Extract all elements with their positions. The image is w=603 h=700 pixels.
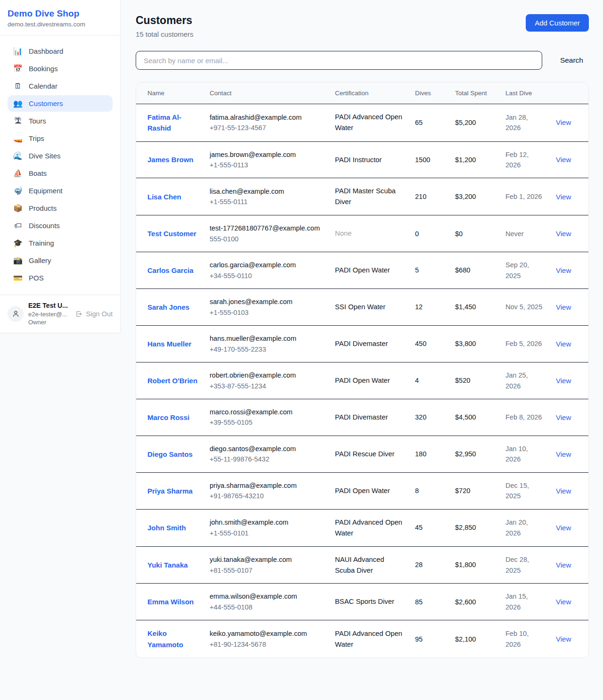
user-role: Owner bbox=[28, 318, 68, 327]
user-avatar bbox=[8, 306, 24, 322]
customer-total-spent: $680 bbox=[449, 252, 500, 289]
customer-email: fatima.alrashid@example.com bbox=[210, 112, 324, 123]
view-link[interactable]: View bbox=[556, 377, 571, 385]
customer-dives: 28 bbox=[409, 546, 449, 584]
view-link[interactable]: View bbox=[556, 413, 571, 421]
customer-email: hans.mueller@example.com bbox=[210, 333, 324, 344]
search-bar: Search bbox=[136, 51, 589, 70]
view-link[interactable]: View bbox=[556, 193, 571, 201]
view-link[interactable]: View bbox=[556, 340, 571, 348]
customer-last-dive: Jan 10, 2026 bbox=[500, 436, 550, 472]
customer-name-link[interactable]: James Brown bbox=[147, 156, 194, 164]
view-link[interactable]: View bbox=[556, 118, 571, 126]
customer-name-link[interactable]: Sarah Jones bbox=[147, 303, 189, 311]
customer-certification: None bbox=[329, 215, 409, 252]
customer-dives: 320 bbox=[409, 399, 449, 436]
sidebar-item-trips[interactable]: 🚤Trips bbox=[8, 130, 113, 147]
page-header: Customers 15 total customers Add Custome… bbox=[136, 14, 589, 38]
sidebar-item-discounts[interactable]: 🏷Discounts bbox=[8, 217, 113, 234]
customer-total-spent: $1,800 bbox=[449, 546, 500, 584]
add-customer-button[interactable]: Add Customer bbox=[526, 14, 589, 32]
sidebar-item-bookings[interactable]: 📅Bookings bbox=[8, 60, 113, 77]
search-button[interactable]: Search bbox=[554, 52, 589, 68]
customer-name-link[interactable]: John Smith bbox=[147, 524, 186, 532]
customer-certification: BSAC Sports Diver bbox=[329, 584, 409, 620]
column-header-actions bbox=[550, 82, 588, 104]
table-body: Fatima Al-Rashidfatima.alrashid@example.… bbox=[136, 104, 588, 658]
view-link[interactable]: View bbox=[556, 266, 571, 274]
view-link[interactable]: View bbox=[556, 524, 571, 532]
customer-certification: PADI Open Water bbox=[329, 472, 409, 509]
customer-certification: PADI Advanced Open Water bbox=[329, 104, 409, 141]
customer-phone: +34-555-0110 bbox=[210, 271, 324, 281]
table-row: Carlos Garciacarlos.garcia@example.com+3… bbox=[136, 252, 588, 289]
table-row: Lisa Chenlisa.chen@example.com+1-555-011… bbox=[136, 178, 588, 215]
view-link[interactable]: View bbox=[556, 303, 571, 311]
customer-name-link[interactable]: Priya Sharma bbox=[147, 487, 193, 495]
table-row: Robert O'Brienrobert.obrien@example.com+… bbox=[136, 362, 588, 399]
customer-name-link[interactable]: Diego Santos bbox=[147, 450, 193, 458]
sidebar-item-products[interactable]: 📦Products bbox=[8, 200, 113, 216]
customer-name-link[interactable]: Robert O'Brien bbox=[147, 377, 197, 385]
sidebar-item-training[interactable]: 🎓Training bbox=[8, 235, 113, 251]
sidebar-item-calendar[interactable]: 🗓Calendar bbox=[8, 78, 113, 94]
sidebar-item-boats[interactable]: ⛵Boats bbox=[8, 165, 113, 181]
sidebar-item-pos[interactable]: 💳POS bbox=[8, 270, 113, 286]
table-row: John Smithjohn.smith@example.com+1-555-0… bbox=[136, 509, 588, 546]
page-subtitle: 15 total customers bbox=[136, 30, 194, 38]
sidebar-item-label: Equipment bbox=[29, 187, 63, 195]
view-link[interactable]: View bbox=[556, 561, 571, 569]
customer-email: yuki.tanaka@example.com bbox=[210, 554, 324, 565]
customer-email: diego.santos@example.com bbox=[210, 444, 324, 454]
customer-dives: 8 bbox=[409, 472, 449, 509]
customer-certification: PADI Open Water bbox=[329, 252, 409, 289]
customer-dives: 45 bbox=[409, 509, 449, 546]
customer-dives: 12 bbox=[409, 289, 449, 326]
view-link[interactable]: View bbox=[556, 450, 571, 458]
customer-dives: 210 bbox=[409, 178, 449, 215]
customer-name-link[interactable]: Hans Mueller bbox=[147, 340, 191, 348]
column-header-certification: Certification bbox=[329, 82, 409, 104]
customer-dives: 450 bbox=[409, 326, 449, 362]
sidebar-item-dashboard[interactable]: 📊Dashboard bbox=[8, 43, 113, 59]
wave-icon: 🌊 bbox=[13, 152, 23, 160]
customer-name-link[interactable]: Yuki Tanaka bbox=[147, 561, 188, 569]
customer-name-link[interactable]: Marco Rossi bbox=[147, 413, 189, 421]
customer-name-link[interactable]: Test Customer bbox=[147, 230, 196, 238]
sidebar-item-label: Tours bbox=[29, 117, 46, 125]
customer-last-dive: Jan 28, 2026 bbox=[500, 104, 550, 141]
customer-dives: 4 bbox=[409, 362, 449, 399]
search-input[interactable] bbox=[136, 51, 542, 70]
customer-name-link[interactable]: Carlos Garcia bbox=[147, 266, 194, 274]
customer-total-spent: $5,200 bbox=[449, 104, 500, 141]
customer-name-link[interactable]: Emma Wilson bbox=[147, 598, 194, 606]
customer-email: keiko.yamamoto@example.com bbox=[210, 628, 324, 639]
view-link[interactable]: View bbox=[556, 635, 571, 643]
sidebar-item-equipment[interactable]: 🤿Equipment bbox=[8, 182, 113, 199]
shop-domain: demo.test.divestreams.com bbox=[8, 21, 113, 28]
customer-phone: +44-555-0108 bbox=[210, 602, 324, 612]
sidebar-item-gallery[interactable]: 📸Gallery bbox=[8, 252, 113, 269]
sidebar-item-label: Calendar bbox=[29, 82, 57, 90]
view-link[interactable]: View bbox=[556, 230, 571, 238]
table-row: Hans Muellerhans.mueller@example.com+49-… bbox=[136, 326, 588, 362]
sidebar-item-dive-sites[interactable]: 🌊Dive Sites bbox=[8, 148, 113, 164]
view-link[interactable]: View bbox=[556, 156, 571, 164]
customer-name-link[interactable]: Lisa Chen bbox=[147, 193, 181, 201]
sailboat-icon: ⛵ bbox=[13, 170, 23, 177]
customer-name-link[interactable]: Fatima Al-Rashid bbox=[147, 113, 181, 132]
user-info: E2E Test U... e2e-tester@... Owner bbox=[28, 301, 68, 327]
sidebar-item-tours[interactable]: 🏝Tours bbox=[8, 113, 113, 129]
customer-phone: +55-11-99876-5432 bbox=[210, 454, 324, 464]
customer-total-spent: $1,200 bbox=[449, 141, 500, 178]
sidebar-item-label: Gallery bbox=[29, 256, 51, 264]
view-link[interactable]: View bbox=[556, 487, 571, 495]
table-row: Marco Rossimarco.rossi@example.com+39-55… bbox=[136, 399, 588, 436]
customer-email: priya.sharma@example.com bbox=[210, 480, 324, 491]
sign-out-button[interactable]: Sign Out bbox=[75, 310, 113, 318]
view-link[interactable]: View bbox=[556, 598, 571, 606]
customer-name-link[interactable]: Keiko Yamamoto bbox=[147, 629, 183, 648]
sidebar-item-customers[interactable]: 👥Customers bbox=[8, 95, 113, 112]
customer-certification: PADI Open Water bbox=[329, 362, 409, 399]
customer-last-dive: Jan 25, 2026 bbox=[500, 362, 550, 399]
